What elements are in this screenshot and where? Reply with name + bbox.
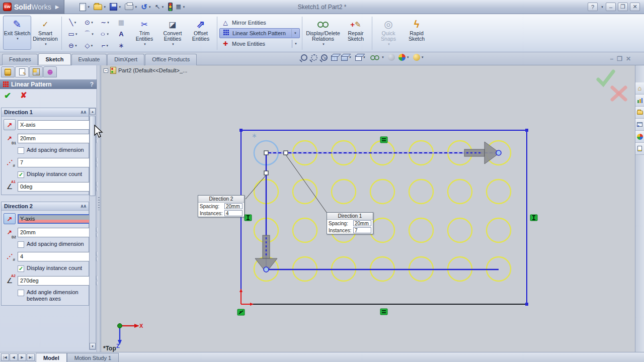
offset-entities-button[interactable]: ⇗ Offset Entities [187, 16, 215, 50]
direction1-instances-field[interactable] [18, 158, 94, 167]
move-entities-dropdown[interactable]: ▼ [292, 40, 298, 48]
direction1-angle-field[interactable] [18, 182, 94, 192]
configuration-manager-tab[interactable] [29, 66, 43, 77]
spline-tool-button[interactable]: ∼▼ [97, 17, 113, 28]
help-button[interactable]: ? [588, 3, 598, 11]
vertical-relation-icon[interactable] [530, 215, 537, 221]
zoom-to-selection-button[interactable]: ↘ [321, 54, 328, 61]
tab-office-products[interactable]: Office Products [145, 54, 197, 65]
zoom-to-area-button[interactable] [311, 54, 317, 61]
direction2-handle[interactable] [264, 171, 268, 175]
panel-scrollbar[interactable]: ▲ ▼ [89, 108, 96, 350]
vertical-relation-icon[interactable] [245, 215, 252, 221]
close-button[interactable]: ✕ [630, 3, 640, 11]
zoom-to-fit-button[interactable] [301, 54, 307, 61]
seed-handle[interactable] [264, 151, 268, 155]
polygon-tool-button[interactable]: ◇▼ [81, 40, 97, 51]
view-orientation-button[interactable]: ▼ [341, 54, 352, 61]
new-document-button[interactable]: ▼ [78, 2, 91, 13]
tab-dimxpert[interactable]: DimXpert [107, 54, 144, 65]
linear-sketch-pattern-button[interactable]: Linear Sketch Pattern ▼ [219, 28, 300, 38]
direction2-axis-field[interactable] [18, 214, 94, 224]
equal-relation-icon[interactable] [380, 309, 387, 315]
menu-expand-chevron[interactable]: ▶ [55, 4, 59, 10]
next-tab-button[interactable]: ▶ [18, 353, 26, 361]
undo-button[interactable]: ↺▼ [140, 2, 152, 13]
add-spacing-checkbox[interactable] [18, 147, 24, 154]
rebuild-button[interactable] [167, 2, 174, 13]
ellipse-tool-button[interactable]: ○▼ [95, 28, 116, 40]
scroll-up-button[interactable]: ▲ [90, 108, 96, 115]
design-library-button[interactable] [635, 95, 644, 107]
circle-tool-button[interactable]: ⊙▼ [81, 17, 97, 28]
part-tree-label[interactable]: Part2 (Default<<Default>_... [118, 67, 187, 73]
direction2-callout[interactable]: Direction 2 Spacing:20mm Instances:4 [198, 195, 245, 217]
maximize-button[interactable]: ❐ [618, 3, 628, 11]
doc-close-button[interactable]: ✕ [626, 55, 631, 62]
display-count-checkbox[interactable]: ✓ [18, 265, 24, 272]
reverse-direction2-button[interactable]: ↗ [4, 213, 16, 224]
corner-vertex[interactable] [525, 303, 528, 306]
tab-sketch[interactable]: Sketch [38, 53, 70, 65]
tree-expand-icon[interactable]: + [104, 68, 108, 73]
move-entities-button[interactable]: ✚ Move Entities ▼ [219, 39, 300, 49]
prev-tab-button[interactable]: ◀ [10, 353, 18, 361]
appearances-scenes-button[interactable] [635, 131, 644, 143]
direction1-callout[interactable]: Direction 1 Spacing:20mm Instances:7 [327, 212, 373, 234]
property-manager-tab[interactable] [15, 66, 29, 77]
add-spacing-checkbox[interactable] [18, 241, 24, 248]
select-button[interactable]: ↖▼ [154, 2, 166, 13]
rapid-sketch-button[interactable]: ϟ Rapid Sketch [403, 16, 431, 50]
sketch-picture-button[interactable]: ▦ [113, 17, 129, 28]
last-tab-button[interactable]: ▶| [27, 353, 35, 361]
direction1-endpoint[interactable] [496, 150, 501, 155]
add-angle-checkbox[interactable] [18, 290, 24, 296]
line-tool-button[interactable]: ╲▼ [65, 17, 81, 28]
graphics-viewport[interactable]: ∗ + Part2 (Default<<Default>_... Directi… [101, 65, 635, 352]
cancel-x-button[interactable]: ✘ [20, 90, 27, 101]
print-button[interactable]: ▼ [124, 2, 138, 13]
repair-sketch-button[interactable]: +✎ Repair Sketch [342, 16, 370, 50]
hide-show-items-button[interactable]: ▼ [369, 54, 384, 60]
feature-tree-flyout[interactable]: + Part2 (Default<<Default>_... [104, 67, 187, 74]
direction2-instances-field[interactable] [18, 252, 94, 261]
ok-check-button[interactable]: ✔ [4, 90, 11, 101]
first-tab-button[interactable]: |◀ [1, 353, 9, 361]
panel-help-icon[interactable]: ? [90, 81, 94, 88]
fixed-relation-icon[interactable] [237, 309, 245, 315]
solidworks-resources-button[interactable]: ⌂ [635, 82, 644, 95]
doc-restore-button[interactable]: ❐ [617, 55, 622, 62]
motion-study-tab[interactable]: Motion Study 1 [67, 353, 119, 362]
direction1-header[interactable]: Direction 1∧∧ [2, 108, 89, 117]
confirm-ok-icon[interactable] [598, 71, 613, 84]
direction2-header[interactable]: Direction 2∧∧ [2, 202, 89, 211]
rectangle-tool-button[interactable]: ▭▼ [65, 28, 81, 40]
direction1-handle[interactable] [284, 151, 288, 155]
direction1-spacing-field[interactable] [18, 134, 94, 143]
view-palette-button[interactable] [635, 119, 644, 131]
tab-evaluate[interactable]: Evaluate [71, 54, 107, 65]
display-delete-relations-button[interactable]: Display/Delete Relations▼ [304, 16, 342, 50]
save-button[interactable]: ▼ [109, 2, 122, 13]
open-button[interactable]: ▼ [93, 2, 107, 13]
mirror-entities-button[interactable]: △ Mirror Entities [219, 18, 300, 28]
corner-vertex[interactable] [525, 129, 528, 132]
convert-entities-button[interactable]: ◪ Convert Entities▼ [158, 16, 187, 50]
corner-vertex[interactable] [239, 129, 243, 132]
instances-value-field[interactable]: 7 [353, 227, 371, 233]
direction1-axis-field[interactable] [18, 120, 94, 130]
model-tab[interactable]: Model [36, 353, 67, 362]
doc-minimize-button[interactable]: – [610, 55, 613, 62]
point-tool-button[interactable]: ∗ [113, 40, 129, 51]
smart-dimension-button[interactable]: ✓ Smart Dimension▼ [31, 16, 59, 50]
scroll-down-button[interactable]: ▼ [90, 343, 96, 349]
options-button[interactable]: ≣▼ [175, 2, 187, 13]
panel-splitter[interactable] [97, 65, 101, 352]
confirm-cancel-icon[interactable] [612, 87, 625, 100]
tab-features[interactable]: Features [2, 54, 38, 65]
direction2-endpoint[interactable] [264, 267, 269, 272]
reverse-direction1-button[interactable]: ↗ [4, 119, 16, 130]
spacing-value-field[interactable]: 20mm [353, 220, 371, 226]
trim-entities-button[interactable]: ✂ Trim Entities▼ [130, 16, 158, 50]
linear-pattern-dropdown[interactable]: ▼ [291, 29, 298, 37]
